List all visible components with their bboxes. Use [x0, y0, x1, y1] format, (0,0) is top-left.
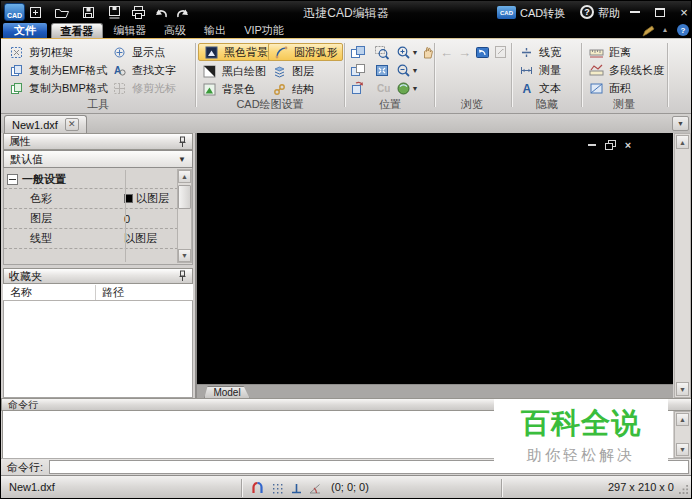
back-button[interactable]: ←: [438, 44, 455, 60]
view-3d-dropdown[interactable]: ▼: [411, 85, 419, 92]
scroll-down-icon[interactable]: ▼: [676, 443, 689, 456]
mdi-restore-icon[interactable]: [603, 139, 617, 151]
zoom-in-button[interactable]: [395, 44, 412, 60]
polyline-length-button[interactable]: 多段线长度: [588, 62, 664, 79]
structure-button[interactable]: 结构: [271, 81, 314, 98]
cursor-tool-button[interactable]: Cu: [373, 80, 390, 96]
scroll-up-icon[interactable]: ▲: [676, 135, 689, 149]
print-button[interactable]: [130, 4, 147, 21]
collapse-icon[interactable]: [7, 174, 18, 185]
save-as-button[interactable]: [106, 4, 123, 21]
cut-frame-button[interactable]: 剪切框架: [8, 44, 73, 61]
rotate-view-button[interactable]: [349, 80, 366, 96]
line-width-icon: [518, 45, 535, 61]
grid-snap-icon[interactable]: [268, 480, 286, 496]
scroll-thumb[interactable]: [178, 185, 191, 209]
resize-grip[interactable]: [679, 484, 690, 497]
property-row-color[interactable]: 色彩 以图层: [4, 189, 178, 209]
document-tab-close-icon[interactable]: ✕: [65, 118, 79, 131]
status-file-name: New1.dxf: [9, 481, 55, 493]
document-tab[interactable]: New1.dxf ✕: [4, 115, 87, 133]
folder-back-button[interactable]: [474, 44, 491, 60]
drawing-canvas[interactable]: ×: [197, 133, 673, 384]
area-button[interactable]: 面积: [588, 80, 631, 97]
osnap-icon[interactable]: [248, 480, 266, 496]
copy-emf-button[interactable]: 复制为EMF格式: [8, 62, 107, 79]
cad-convert-button[interactable]: CAD转换: [520, 6, 565, 21]
property-row-layer[interactable]: 图层 0: [4, 209, 178, 229]
favorites-col-name[interactable]: 名称: [3, 285, 95, 300]
print-icon: [131, 5, 146, 20]
app-logo-icon[interactable]: CAD: [4, 3, 25, 21]
black-background-toggle[interactable]: 黑色背景: [198, 43, 273, 61]
chevron-down-icon: ▼: [677, 120, 684, 127]
pin-icon[interactable]: [178, 270, 187, 282]
tab-output[interactable]: 输出: [197, 23, 233, 38]
help-button[interactable]: 帮助: [598, 6, 620, 21]
distance-button[interactable]: 距离: [588, 44, 631, 61]
fit-view-button[interactable]: [373, 62, 390, 78]
zoom-in-icon: [396, 45, 412, 60]
angle-snap-icon[interactable]: [306, 480, 324, 496]
collapse-ribbon-icon[interactable]: ▴: [663, 25, 667, 34]
group-label-browse: 浏览: [434, 97, 510, 111]
command-scrollbar[interactable]: ▲ ▼: [674, 411, 691, 458]
scroll-down-icon[interactable]: ▼: [676, 382, 689, 396]
save-button[interactable]: [80, 4, 97, 21]
trim-cursor-button[interactable]: 修剪光标: [111, 80, 176, 97]
redo-button[interactable]: [174, 4, 191, 21]
markup-button[interactable]: [492, 44, 509, 60]
minimize-button[interactable]: [626, 4, 644, 20]
watermark-title: 百科全说: [494, 404, 668, 444]
smooth-arc-toggle[interactable]: 圆滑弧形: [268, 43, 343, 61]
show-points-button[interactable]: 显示点: [111, 44, 165, 61]
tab-editor[interactable]: 编辑器: [107, 23, 153, 38]
property-row-linetype[interactable]: 线型 以图层: [4, 229, 178, 249]
forward-button[interactable]: →: [456, 44, 473, 60]
bw-drawing-button[interactable]: 黑白绘图: [201, 63, 266, 80]
tab-vip[interactable]: VIP功能: [237, 23, 291, 38]
mdi-close-icon[interactable]: ×: [621, 139, 635, 151]
scroll-down-icon[interactable]: ▼: [178, 249, 191, 262]
scroll-up-icon[interactable]: ▲: [178, 170, 191, 183]
open-file-button[interactable]: [53, 4, 70, 21]
copy-bmp-button[interactable]: 复制为BMP格式: [8, 80, 108, 97]
preset-dropdown[interactable]: 默认值 ▼: [3, 150, 193, 168]
scroll-up-icon[interactable]: ▲: [676, 413, 689, 426]
zoom-in-dropdown[interactable]: ▼: [411, 49, 419, 56]
help-small-icon[interactable]: ?: [677, 24, 689, 36]
forward-arrow-icon: →: [458, 46, 471, 59]
find-text-button[interactable]: A查找文字: [111, 62, 176, 79]
pin-icon[interactable]: [178, 136, 187, 148]
copy-view-button[interactable]: [349, 62, 366, 78]
favorites-list[interactable]: [3, 301, 193, 398]
tab-list-dropdown[interactable]: ▼: [672, 116, 689, 131]
background-color-button[interactable]: 背景色: [201, 81, 255, 98]
maximize-button[interactable]: [651, 4, 669, 20]
move-view-button[interactable]: [349, 44, 366, 60]
svg-text:Cu: Cu: [377, 83, 390, 94]
favorites-col-path[interactable]: 路径: [95, 285, 124, 300]
view-3d-button[interactable]: [395, 80, 412, 96]
tab-file[interactable]: 文件: [3, 23, 47, 38]
zoom-out-button[interactable]: [395, 62, 412, 78]
tab-viewer[interactable]: 查看器: [51, 23, 103, 38]
text-hide-button[interactable]: A文本: [518, 80, 561, 97]
menu-bar: [1, 23, 692, 38]
layers-button[interactable]: 图层: [271, 63, 314, 80]
measure-hide-button[interactable]: 测量: [518, 62, 561, 79]
properties-scrollbar[interactable]: ▲ ▼: [177, 169, 192, 263]
zoom-window-button[interactable]: [373, 44, 390, 60]
close-button[interactable]: ×: [675, 4, 692, 20]
command-prompt-label: 命令行:: [7, 460, 43, 475]
tab-advanced[interactable]: 高级: [157, 23, 193, 38]
move-view-icon: [350, 45, 366, 60]
new-file-button[interactable]: [27, 4, 44, 21]
zoom-out-dropdown[interactable]: ▼: [411, 67, 419, 74]
undo-button[interactable]: [152, 4, 169, 21]
ortho-icon[interactable]: [287, 480, 305, 496]
mdi-minimize-icon[interactable]: [585, 139, 599, 151]
line-width-button[interactable]: 线宽: [518, 44, 561, 61]
property-group-row[interactable]: 一般设置: [4, 170, 178, 189]
canvas-scrollbar[interactable]: ▲ ▼: [674, 133, 691, 398]
